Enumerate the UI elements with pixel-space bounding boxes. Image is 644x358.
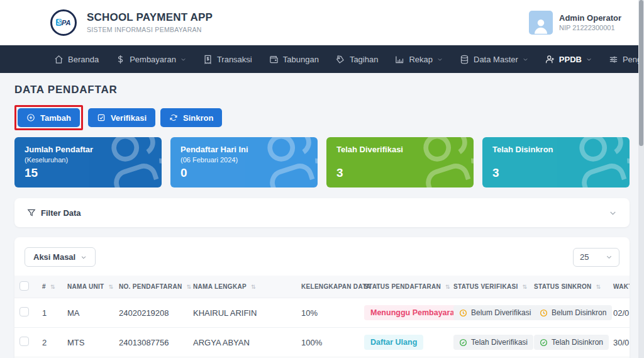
user-plus-icon (545, 55, 555, 64)
cell-kelengkapan: 10% (296, 298, 359, 328)
check-circle-icon (459, 338, 467, 347)
row-checkbox[interactable] (19, 337, 29, 346)
users-icon (407, 137, 474, 187)
nav-item-rekap[interactable]: Rekap (395, 55, 443, 64)
nav-item-tabungan[interactable]: Tabungan (269, 55, 319, 64)
app-logo: SPA (50, 9, 77, 36)
status-verifikasi-badge: Belum Diverifikasi (453, 305, 536, 320)
actions-row: Tambah Verifikasi Sinkron (14, 105, 630, 130)
column-header-waktu[interactable]: WAKT (608, 276, 630, 298)
app-header: SPA SCHOOL PAYMENT APP SISTEM INFORMASI … (0, 0, 644, 45)
cell-nama-lengkap: ARGYA ABYAN (188, 328, 296, 357)
app-subtitle: SISTEM INFORMASI PEMBAYARAN (87, 26, 213, 33)
stat-sublabel (336, 156, 464, 159)
stat-card-telah-diverifikasi: Telah Diverifikasi 3 (326, 137, 474, 187)
nav-label: Tagihan (350, 55, 379, 64)
table-header-row: #⇅ NAMA UNIT⇅ NO. PENDAFTARAN⇅ NAMA LENG… (14, 276, 630, 298)
stat-sublabel (492, 156, 619, 159)
sort-icon[interactable]: ⇅ (445, 284, 450, 290)
nav-label: Pembayaran (130, 55, 176, 64)
check-circle-icon (540, 338, 548, 347)
sort-icon[interactable]: ⇅ (596, 284, 601, 290)
button-label: Tambah (40, 113, 71, 123)
stat-card-pendaftar-hari-ini: Pendaftar Hari Ini (06 Februari 2024) 0 (170, 137, 318, 187)
bulk-action-button[interactable]: Aksi Masal (25, 247, 96, 267)
column-header-status-verifikasi[interactable]: STATUS VERIFIKASI⇅ (448, 276, 529, 298)
status-sinkron-badge: Belum Disinkron (534, 305, 612, 320)
stat-cards: Jumlah Pendaftar (Keseluruhan) 15 Pendaf… (14, 137, 630, 187)
sort-icon[interactable]: ⇅ (523, 284, 528, 290)
vertical-scrollbar[interactable] (638, 0, 644, 358)
chevron-down-icon[interactable] (609, 209, 617, 217)
sliders-icon (609, 55, 618, 64)
column-header-status-pendaftaran[interactable]: STATUS PENDAFTARAN⇅ (359, 276, 448, 298)
stat-card-telah-disinkron: Telah Disinkron 3 (482, 137, 630, 187)
nav-item-beranda[interactable]: Beranda (54, 55, 99, 64)
person-icon (531, 16, 550, 35)
tambah-button[interactable]: Tambah (18, 108, 80, 127)
chart-icon (395, 55, 404, 64)
select-all-checkbox[interactable] (19, 281, 29, 291)
wallet-icon (269, 55, 279, 64)
button-label: Verifikasi (111, 113, 147, 123)
brand-block: SCHOOL PAYMENT APP SISTEM INFORMASI PEMB… (87, 11, 213, 33)
column-header-nama-lengkap[interactable]: NAMA LENGKAP⇅ (188, 276, 296, 298)
cell-kelengkapan: 100% (296, 328, 359, 357)
stat-sublabel: (06 Februari 2024) (180, 156, 308, 164)
pendaftar-table: #⇅ NAMA UNIT⇅ NO. PENDAFTARAN⇅ NAMA LENG… (14, 276, 630, 358)
sort-icon[interactable]: ⇅ (186, 284, 191, 290)
cell-waktu: 30/0 (608, 328, 630, 357)
user-name: Admin Operator (559, 13, 621, 23)
nav-label: Data Master (474, 55, 518, 64)
users-icon (563, 137, 630, 187)
clock-icon (540, 309, 548, 317)
cell-nama-unit: MTS (62, 328, 114, 357)
nav-item-tagihan[interactable]: Tagihan (336, 55, 379, 64)
column-header-kelengkapan[interactable]: KELENGKAPAN DATA⇅ (296, 276, 359, 298)
status-pendaftaran-badge: Menunggu Pembayaran (364, 305, 465, 320)
chevron-down-icon (523, 57, 528, 62)
nav-label: Beranda (68, 55, 99, 64)
app-title: SCHOOL PAYMENT APP (87, 11, 213, 24)
sort-icon[interactable]: ⇅ (251, 284, 256, 290)
nav-item-ppdb[interactable]: PPDB (545, 55, 592, 64)
plus-circle-icon (26, 113, 35, 122)
chevron-down-icon (606, 254, 613, 260)
user-nip: NIP 21222300001 (559, 24, 621, 31)
page-size-value: 25 (580, 252, 589, 262)
button-label: Aksi Masal (33, 252, 75, 262)
chevron-down-icon (586, 57, 592, 62)
column-header-num[interactable]: #⇅ (37, 276, 62, 298)
verifikasi-button[interactable]: Verifikasi (88, 108, 155, 127)
clock-icon (459, 309, 467, 317)
cell-nama-unit: MA (62, 298, 114, 328)
cell-num: 2 (37, 328, 62, 357)
nav-item-pembayaran[interactable]: Pembayaran (116, 55, 186, 64)
user-menu[interactable]: Admin Operator NIP 21222300001 (529, 11, 621, 35)
nav-item-transaksi[interactable]: Transaksi (203, 55, 252, 64)
sort-icon[interactable]: ⇅ (50, 284, 55, 290)
status-pendaftaran-badge: Daftar Ulang (364, 335, 423, 350)
page-size-select[interactable]: 25 (573, 248, 619, 267)
page-title: DATA PENDAFTAR (14, 84, 630, 96)
table-toolbar: Aksi Masal 25 (14, 247, 630, 267)
nav-label: Rekap (409, 55, 433, 64)
status-sinkron-badge: Telah Disinkron (534, 335, 609, 350)
chevron-down-icon (80, 254, 87, 260)
column-header-status-sinkron[interactable]: STATUS SINKRON⇅ (529, 276, 608, 298)
nav-item-data-master[interactable]: Data Master (460, 55, 528, 64)
filter-panel[interactable]: Filter Data (14, 198, 630, 227)
cell-num: 1 (37, 298, 62, 328)
scrollbar-thumb[interactable] (639, 0, 643, 146)
avatar (529, 11, 553, 35)
database-icon (460, 55, 469, 64)
column-header-no-pendaftaran[interactable]: NO. PENDAFTARAN⇅ (114, 276, 188, 298)
stat-sublabel: (Keseluruhan) (25, 156, 152, 164)
sinkron-button[interactable]: Sinkron (160, 108, 222, 127)
column-header-nama-unit[interactable]: NAMA UNIT⇅ (62, 276, 114, 298)
funnel-icon (27, 208, 36, 217)
cell-nama-lengkap: KHAIRUL ARIFIN (188, 298, 296, 328)
row-checkbox[interactable] (19, 307, 29, 316)
sort-icon[interactable]: ⇅ (108, 284, 113, 290)
stat-card-jumlah-pendaftar: Jumlah Pendaftar (Keseluruhan) 15 (14, 137, 162, 187)
